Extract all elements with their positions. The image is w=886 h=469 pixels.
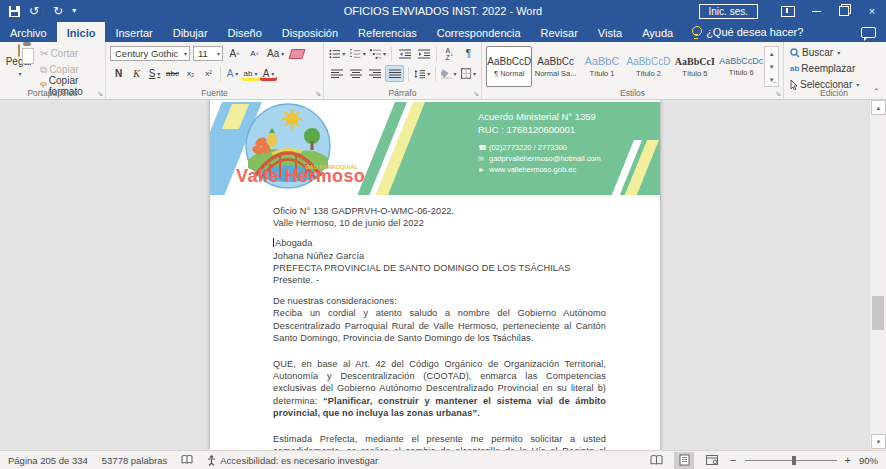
justify-button[interactable] <box>385 65 404 82</box>
style-titulo-5[interactable]: AaBbCcI Título 5 <box>672 46 718 87</box>
titlebar-controls: Inic. ses. × <box>699 0 886 22</box>
decrease-indent-button[interactable] <box>396 46 413 61</box>
show-marks-button[interactable]: ¶ <box>460 46 477 61</box>
underline-button[interactable]: S▾ <box>146 66 163 81</box>
letter-date: Valle Hermoso, 10 de junio del 2022 <box>273 217 606 229</box>
tab-ayuda[interactable]: Ayuda <box>632 22 683 42</box>
zoom-level[interactable]: 90% <box>859 455 878 466</box>
save-icon[interactable] <box>9 6 20 17</box>
customize-qat-icon[interactable]: ▾ <box>72 7 76 15</box>
tab-revisar[interactable]: Revisar <box>531 22 588 42</box>
close-button[interactable]: × <box>858 0 886 22</box>
document-page[interactable]: Valle Hermoso GAD PARROQUIAL Acuerdo Min… <box>210 99 660 450</box>
style-titulo-1[interactable]: AaBbC Título 1 <box>579 46 625 87</box>
find-button[interactable]: Buscar▾ <box>788 45 880 60</box>
strikethrough-button[interactable]: abc <box>164 66 181 81</box>
letterhead-phone-line: ☎(02)2773220 / 2773300 <box>478 142 601 153</box>
tab-insertar[interactable]: Insertar <box>105 22 162 42</box>
minimize-button[interactable] <box>802 0 830 22</box>
style-normal[interactable]: AaBbCcD ¶ Normal <box>486 46 532 87</box>
bold-button[interactable]: N <box>110 66 127 81</box>
page-indicator[interactable]: Página 205 de 334 <box>8 455 88 466</box>
tab-dibujar[interactable]: Dibujar <box>163 22 218 42</box>
paste-dropdown-icon[interactable]: ▾ <box>18 71 21 77</box>
paragraph-dialog-launcher-icon[interactable]: ⇘ <box>473 90 479 98</box>
letter-salutation: De nuestras consideraciones: <box>273 295 606 307</box>
font-name-combo[interactable]: Century Gothic▾ <box>110 46 190 61</box>
font-size-combo[interactable]: 11▾ <box>193 46 223 61</box>
tab-disposicion[interactable]: Disposición <box>272 22 348 42</box>
font-dialog-launcher-icon[interactable]: ⇘ <box>315 90 321 98</box>
style-titulo-2[interactable]: AaBbCcD Título 2 <box>625 46 671 87</box>
styles-scroll-down-icon[interactable]: ▼ <box>765 60 778 73</box>
text-effects-button[interactable]: A▾ <box>224 66 241 81</box>
numbering-button[interactable]: ▾ <box>348 46 366 61</box>
align-center-button[interactable] <box>347 66 364 81</box>
ribbon-display-options-icon[interactable] <box>774 0 802 22</box>
proofing-status[interactable] <box>181 455 193 465</box>
line-spacing-button[interactable]: ▾ <box>413 66 431 81</box>
restore-button[interactable] <box>830 0 858 22</box>
group-editing: Buscar▾ abReemplazar Seleccionar▾ Edició… <box>784 42 884 99</box>
scroll-down-icon[interactable]: ▼ <box>871 434 886 449</box>
increase-indent-button[interactable] <box>415 46 432 61</box>
letter-bold-quote: “Planificar, construir y mantener el sis… <box>273 396 606 418</box>
styles-more-icon[interactable]: ▼̲ <box>765 73 778 86</box>
tab-archivo[interactable]: Archivo <box>0 22 57 42</box>
styles-dialog-launcher-icon[interactable]: ⇘ <box>775 90 781 98</box>
subscript-button[interactable]: x₂ <box>182 66 199 81</box>
shading-button[interactable]: ▾ <box>440 66 457 81</box>
paste-button[interactable]: Pegar ▾ <box>4 45 34 78</box>
align-right-button[interactable] <box>366 66 383 81</box>
font-color-button[interactable]: A▾ <box>260 66 277 81</box>
letterhead-acuerdo: Acuerdo Ministerial N° 1359 <box>478 111 601 124</box>
tab-inicio[interactable]: Inicio <box>57 22 106 42</box>
tell-me-box[interactable]: ¿Qué desea hacer? <box>683 22 811 42</box>
tab-referencias[interactable]: Referencias <box>348 22 427 42</box>
print-layout-icon[interactable] <box>674 452 694 469</box>
replace-button[interactable]: abReemplazar <box>788 61 880 76</box>
highlight-button[interactable]: ab▾ <box>242 66 259 81</box>
align-left-button[interactable] <box>328 66 345 81</box>
tab-correspondencia[interactable]: Correspondencia <box>427 22 531 42</box>
zoom-in-icon[interactable]: + <box>845 455 851 466</box>
style-titulo-6[interactable]: AaBbCcDc Título 6 <box>718 46 764 87</box>
zoom-slider-thumb[interactable] <box>792 456 796 465</box>
scroll-up-icon[interactable]: ▲ <box>871 100 886 115</box>
letter-body[interactable]: Oficio N° 138 GADPRVH-O-WMC-06-2022. Val… <box>273 205 606 450</box>
zoom-out-icon[interactable]: − <box>730 455 736 466</box>
sort-button[interactable]: AZ↓ <box>441 46 458 61</box>
read-mode-icon[interactable] <box>646 452 666 469</box>
grow-font-button[interactable]: A˄ <box>226 46 243 61</box>
zoom-slider[interactable] <box>745 460 837 461</box>
sign-in-button[interactable]: Inic. ses. <box>699 4 758 19</box>
tab-diseno[interactable]: Diseño <box>218 22 272 42</box>
borders-button[interactable]: ▾ <box>460 66 477 81</box>
title-bar: ↺▾ ↻ ▾ OFICIOS ENVIADOS INST. 2022 - Wor… <box>0 0 886 22</box>
word-count[interactable]: 53778 palabras <box>102 455 168 466</box>
tell-me-label: ¿Qué desea hacer? <box>706 26 803 38</box>
collapse-ribbon-icon[interactable]: ⌃ <box>872 87 880 97</box>
redo-icon[interactable]: ↻ <box>53 5 63 17</box>
clipboard-dialog-launcher-icon[interactable]: ⇘ <box>97 90 103 98</box>
change-case-button[interactable]: Aa▾ <box>266 46 285 61</box>
scrollbar-thumb[interactable] <box>872 296 884 330</box>
bullets-button[interactable]: ▾ <box>328 46 346 61</box>
cut-button[interactable]: ✂ Cortar <box>38 46 101 61</box>
shrink-font-button[interactable]: A˅ <box>246 46 263 61</box>
styles-scroll-up-icon[interactable]: ▲ <box>765 47 778 60</box>
web-layout-icon[interactable] <box>702 452 722 469</box>
italic-button[interactable]: K <box>128 66 145 81</box>
tab-vista[interactable]: Vista <box>588 22 632 42</box>
undo-icon[interactable]: ↺▾ <box>29 5 44 17</box>
word-window: ↺▾ ↻ ▾ OFICIOS ENVIADOS INST. 2022 - Wor… <box>0 0 886 469</box>
style-normal-sa[interactable]: AaBbCc Normal Sa... <box>532 46 578 87</box>
clear-formatting-button[interactable] <box>288 46 305 61</box>
superscript-button[interactable]: x² <box>200 66 217 81</box>
comments-icon[interactable] <box>861 27 876 38</box>
multilevel-list-button[interactable]: ▾ <box>369 46 387 61</box>
ribbon-tab-strip: Archivo Inicio Insertar Dibujar Diseño D… <box>0 22 886 42</box>
letterhead-org-sub: GAD PARROQUIAL <box>305 164 358 170</box>
vertical-scrollbar[interactable]: ▲ ▼ <box>869 99 886 450</box>
accessibility-status[interactable]: Accesibilidad: es necesario investigar <box>207 455 378 466</box>
